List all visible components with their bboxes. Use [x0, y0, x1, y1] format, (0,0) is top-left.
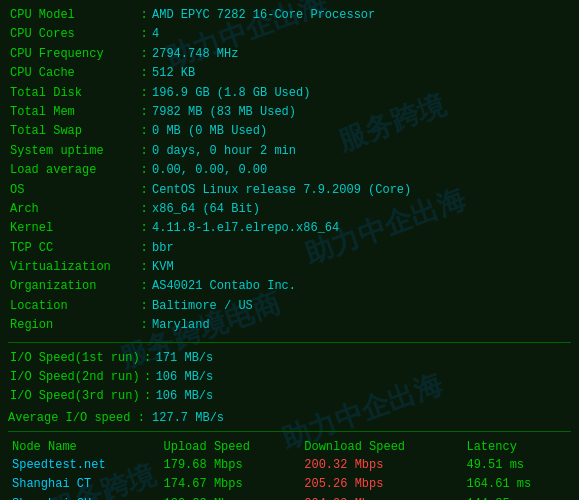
- avg-io-row: Average I/O speed : 127.7 MB/s: [8, 411, 571, 425]
- sysinfo-row: Total Disk : 196.9 GB (1.8 GB Used): [8, 84, 571, 103]
- sysinfo-table: CPU Model : AMD EPYC 7282 16-Core Proces…: [8, 6, 571, 336]
- sysinfo-row: Organization : AS40021 Contabo Inc.: [8, 277, 571, 296]
- sysinfo-label: CPU Frequency: [8, 45, 138, 64]
- sysinfo-label: CPU Cache: [8, 64, 138, 83]
- io-row: I/O Speed(3rd run) : 106 MB/s: [8, 387, 571, 406]
- io-label: I/O Speed(2nd run): [8, 368, 142, 387]
- speedtest-row: Speedtest.net 179.68 Mbps 200.32 Mbps 49…: [8, 456, 571, 475]
- sysinfo-label: Total Swap: [8, 122, 138, 141]
- sysinfo-value: 2794.748 MHz: [150, 45, 571, 64]
- sysinfo-label: Location: [8, 297, 138, 316]
- sysinfo-row: Virtualization : KVM: [8, 258, 571, 277]
- io-label: I/O Speed(3rd run): [8, 387, 142, 406]
- divider-1: [8, 342, 571, 343]
- sysinfo-value: 0 days, 0 hour 2 min: [150, 142, 571, 161]
- speedtest-download: 205.26 Mbps: [300, 475, 462, 494]
- speedtest-header-row: Node Name Upload Speed Download Speed La…: [8, 438, 571, 456]
- speedtest-upload: 174.67 Mbps: [159, 475, 300, 494]
- sysinfo-value: 4.11.8-1.el7.elrepo.x86_64: [150, 219, 571, 238]
- speedtest-node: Shanghai CT: [8, 475, 159, 494]
- avg-io-label: Average I/O speed: [8, 411, 130, 425]
- speedtest-upload: 180.23 Mbps: [159, 495, 300, 500]
- speedtest-latency: 164.61 ms: [462, 475, 571, 494]
- speedtest-row: Shanghai CT 174.67 Mbps 205.26 Mbps 164.…: [8, 475, 571, 494]
- sysinfo-label: CPU Cores: [8, 25, 138, 44]
- sysinfo-row: Total Mem : 7982 MB (83 MB Used): [8, 103, 571, 122]
- sysinfo-value: 4: [150, 25, 571, 44]
- sysinfo-value: x86_64 (64 Bit): [150, 200, 571, 219]
- sysinfo-label: TCP CC: [8, 239, 138, 258]
- sysinfo-label: Organization: [8, 277, 138, 296]
- io-value: 106 MB/s: [154, 387, 571, 406]
- sysinfo-value: 7982 MB (83 MB Used): [150, 103, 571, 122]
- sysinfo-label: Virtualization: [8, 258, 138, 277]
- io-label: I/O Speed(1st run): [8, 349, 142, 368]
- sysinfo-label: Arch: [8, 200, 138, 219]
- sysinfo-row: TCP CC : bbr: [8, 239, 571, 258]
- sysinfo-value: 0 MB (0 MB Used): [150, 122, 571, 141]
- speedtest-download: 204.09 Mbps: [300, 495, 462, 500]
- sysinfo-row: Load average : 0.00, 0.00, 0.00: [8, 161, 571, 180]
- sysinfo-value: AMD EPYC 7282 16-Core Processor: [150, 6, 571, 25]
- sysinfo-label: Load average: [8, 161, 138, 180]
- sysinfo-value: CentOS Linux release 7.9.2009 (Core): [150, 181, 571, 200]
- sysinfo-row: Arch : x86_64 (64 Bit): [8, 200, 571, 219]
- sysinfo-row: Location : Baltimore / US: [8, 297, 571, 316]
- io-table: I/O Speed(1st run) : 171 MB/s I/O Speed(…: [8, 349, 571, 407]
- sysinfo-value: 512 KB: [150, 64, 571, 83]
- sysinfo-value: 196.9 GB (1.8 GB Used): [150, 84, 571, 103]
- io-value: 171 MB/s: [154, 349, 571, 368]
- speedtest-latency: 49.51 ms: [462, 456, 571, 475]
- sysinfo-value: AS40021 Contabo Inc.: [150, 277, 571, 296]
- sysinfo-label: Kernel: [8, 219, 138, 238]
- sysinfo-label: System uptime: [8, 142, 138, 161]
- sysinfo-label: Region: [8, 316, 138, 335]
- sysinfo-value: Baltimore / US: [150, 297, 571, 316]
- avg-io-value: 127.7 MB/s: [152, 411, 224, 425]
- sysinfo-label: Total Disk: [8, 84, 138, 103]
- speedtest-node: Speedtest.net: [8, 456, 159, 475]
- sysinfo-row: OS : CentOS Linux release 7.9.2009 (Core…: [8, 181, 571, 200]
- speedtest-table: Node Name Upload Speed Download Speed La…: [8, 438, 571, 500]
- io-row: I/O Speed(2nd run) : 106 MB/s: [8, 368, 571, 387]
- col-download: Download Speed: [300, 438, 462, 456]
- sysinfo-row: Kernel : 4.11.8-1.el7.elrepo.x86_64: [8, 219, 571, 238]
- sysinfo-label: Total Mem: [8, 103, 138, 122]
- sysinfo-label: OS: [8, 181, 138, 200]
- sysinfo-row: CPU Cores : 4: [8, 25, 571, 44]
- speedtest-download: 200.32 Mbps: [300, 456, 462, 475]
- col-upload: Upload Speed: [159, 438, 300, 456]
- sysinfo-row: CPU Cache : 512 KB: [8, 64, 571, 83]
- sysinfo-row: CPU Frequency : 2794.748 MHz: [8, 45, 571, 64]
- speedtest-latency: 144.85 ms: [462, 495, 571, 500]
- io-row: I/O Speed(1st run) : 171 MB/s: [8, 349, 571, 368]
- col-node: Node Name: [8, 438, 159, 456]
- speedtest-row: Shanghai CU 180.23 Mbps 204.09 Mbps 144.…: [8, 495, 571, 500]
- io-value: 106 MB/s: [154, 368, 571, 387]
- sysinfo-row: Total Swap : 0 MB (0 MB Used): [8, 122, 571, 141]
- divider-2: [8, 431, 571, 432]
- sysinfo-row: CPU Model : AMD EPYC 7282 16-Core Proces…: [8, 6, 571, 25]
- speedtest-node: Shanghai CU: [8, 495, 159, 500]
- col-latency: Latency: [462, 438, 571, 456]
- speedtest-upload: 179.68 Mbps: [159, 456, 300, 475]
- sysinfo-label: CPU Model: [8, 6, 138, 25]
- sysinfo-value: bbr: [150, 239, 571, 258]
- sysinfo-value: 0.00, 0.00, 0.00: [150, 161, 571, 180]
- sysinfo-row: System uptime : 0 days, 0 hour 2 min: [8, 142, 571, 161]
- sysinfo-value: Maryland: [150, 316, 571, 335]
- sysinfo-value: KVM: [150, 258, 571, 277]
- sysinfo-row: Region : Maryland: [8, 316, 571, 335]
